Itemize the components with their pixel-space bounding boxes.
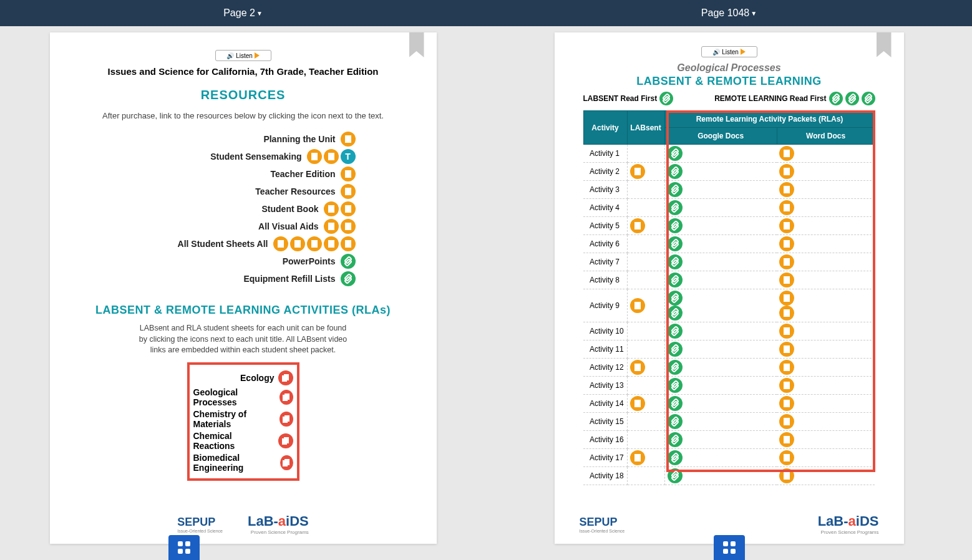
doc-icon[interactable] — [341, 167, 356, 181]
link-icon[interactable] — [668, 396, 683, 411]
wdocs-cell — [777, 235, 875, 253]
link-icon[interactable] — [668, 218, 683, 233]
table-row: Activity 17 — [583, 449, 875, 467]
doc-icon[interactable] — [307, 149, 322, 164]
link-icon[interactable] — [668, 468, 683, 483]
doc-icon[interactable] — [630, 218, 645, 233]
link-icon[interactable] — [845, 92, 859, 105]
link-icon[interactable] — [659, 92, 673, 105]
listen-button[interactable]: 🔊Listen — [215, 50, 271, 61]
doc-icon[interactable] — [779, 291, 794, 306]
left-header[interactable]: Page 2▼ — [0, 0, 486, 26]
link-icon[interactable] — [668, 273, 683, 287]
doc-icon[interactable] — [779, 146, 794, 161]
doc-icon[interactable] — [779, 218, 794, 233]
doc-icon[interactable] — [779, 342, 794, 357]
unit-label: Biomedical Engineering — [193, 453, 277, 473]
chevron-down-icon: ▼ — [751, 10, 757, 17]
doc-icon[interactable] — [341, 236, 356, 251]
doc-icon[interactable] — [779, 450, 794, 465]
doc-icon[interactable] — [779, 360, 794, 375]
doc-icon[interactable] — [630, 396, 645, 411]
doc-icon[interactable] — [779, 468, 794, 483]
doc-icon[interactable] — [341, 132, 356, 147]
right-header[interactable]: Page 1048▼ — [486, 0, 972, 26]
doc-icon[interactable] — [779, 254, 794, 269]
docs-icon[interactable] — [280, 455, 293, 470]
doc-icon[interactable] — [341, 219, 356, 234]
link-icon[interactable] — [668, 254, 683, 269]
link-icon[interactable] — [668, 306, 683, 321]
table-row: Activity 5 — [583, 217, 875, 235]
docs-icon[interactable] — [278, 433, 293, 448]
doc-icon[interactable] — [630, 298, 645, 313]
docs-icon[interactable] — [279, 412, 293, 427]
doc-icon[interactable] — [324, 236, 339, 251]
table-row: Activity 1 — [583, 145, 875, 163]
t-icon[interactable]: T — [341, 149, 356, 164]
doc-icon[interactable] — [630, 164, 645, 179]
docs-icon[interactable] — [278, 370, 293, 385]
doc-icon[interactable] — [779, 414, 794, 429]
link-icon[interactable] — [668, 324, 683, 339]
doc-icon[interactable] — [779, 396, 794, 411]
link-icon[interactable] — [668, 450, 683, 465]
link-icon[interactable] — [668, 378, 683, 393]
labsent-cell — [627, 163, 664, 181]
doc-icon[interactable] — [779, 306, 794, 321]
link-icon[interactable] — [668, 414, 683, 429]
link-icon[interactable] — [341, 254, 356, 269]
link-icon[interactable] — [668, 236, 683, 251]
doc-icon[interactable] — [630, 450, 645, 465]
doc-icon[interactable] — [273, 236, 288, 251]
doc-icon[interactable] — [779, 324, 794, 339]
link-icon[interactable] — [668, 432, 683, 447]
link-icon[interactable] — [668, 291, 683, 306]
resource-row: Teacher Resources — [131, 183, 356, 200]
doc-icon[interactable] — [341, 201, 356, 216]
doc-icon[interactable] — [630, 360, 645, 375]
link-icon[interactable] — [668, 164, 683, 179]
resource-label: PowerPoints — [131, 256, 341, 266]
speaker-icon: 🔊 — [226, 52, 234, 59]
link-icon[interactable] — [668, 360, 683, 375]
link-icon[interactable] — [668, 342, 683, 357]
doc-icon[interactable] — [779, 182, 794, 197]
activity-table: Activity LABsent Remote Learning Activit… — [583, 110, 875, 485]
doc-icon[interactable] — [307, 236, 322, 251]
speaker-icon: 🔊 — [712, 49, 720, 56]
link-icon[interactable] — [862, 92, 875, 105]
wdocs-cell — [777, 413, 875, 431]
doc-icon[interactable] — [324, 149, 339, 164]
doc-icon[interactable] — [779, 236, 794, 251]
grid-view-button[interactable] — [168, 535, 200, 560]
link-icon[interactable] — [668, 146, 683, 161]
wdocs-cell — [777, 253, 875, 271]
listen-button[interactable]: 🔊Listen — [701, 46, 757, 57]
wdocs-cell — [777, 322, 875, 340]
resource-label: All Student Sheets All — [131, 239, 273, 249]
link-icon[interactable] — [829, 92, 843, 105]
doc-icon[interactable] — [779, 378, 794, 393]
activity-cell: Activity 15 — [583, 413, 627, 431]
link-icon[interactable] — [341, 271, 356, 286]
link-icon[interactable] — [668, 200, 683, 215]
doc-icon[interactable] — [324, 219, 339, 234]
doc-icon[interactable] — [779, 432, 794, 447]
doc-icon[interactable] — [341, 184, 356, 199]
doc-icon[interactable] — [779, 273, 794, 287]
gdocs-cell — [664, 322, 777, 340]
grid-view-button[interactable] — [714, 535, 745, 560]
link-icon[interactable] — [668, 182, 683, 197]
bookmark-icon[interactable] — [877, 32, 892, 57]
doc-icon[interactable] — [779, 164, 794, 179]
doc-icon[interactable] — [324, 201, 339, 216]
resource-label: Planning the Unit — [131, 134, 341, 144]
doc-icon[interactable] — [779, 200, 794, 215]
doc-icon[interactable] — [290, 236, 305, 251]
docs-icon[interactable] — [279, 390, 293, 405]
activity-cell: Activity 7 — [583, 253, 627, 271]
resource-row: PowerPoints — [131, 253, 356, 270]
chevron-down-icon: ▼ — [256, 10, 263, 17]
bookmark-icon[interactable] — [409, 32, 424, 57]
